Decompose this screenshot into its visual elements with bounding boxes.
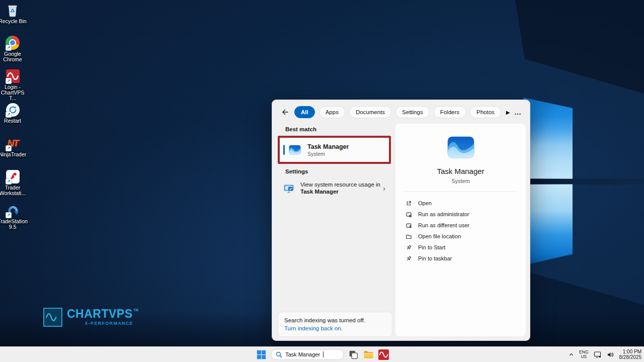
- shortcut-arrow-icon: ↗: [6, 212, 12, 218]
- settings-section-header: Settings: [285, 168, 395, 174]
- icon-label: Recycle Bin: [0, 19, 28, 24]
- watermark-subtitle: X-PERFORMANCE: [85, 321, 133, 326]
- action-run-as-different-user[interactable]: Run as different user: [395, 220, 526, 231]
- tray-expand-button[interactable]: [569, 352, 574, 357]
- best-match-header: Best match: [285, 126, 395, 132]
- trader-workstation-icon: ↗: [5, 169, 20, 184]
- tab-documents[interactable]: Documents: [349, 106, 391, 118]
- preview-subtitle: System: [451, 178, 470, 184]
- watermark-brand: CHARTVPS: [67, 308, 133, 320]
- tab-photos[interactable]: Photos: [470, 106, 501, 118]
- chevron-up-icon: [569, 352, 574, 357]
- tab-folders[interactable]: Folders: [434, 106, 466, 118]
- task-manager-icon: [288, 143, 301, 156]
- search-filter-tabs: All Apps Documents Settings Folders Phot…: [272, 100, 530, 123]
- chartvps-app-button[interactable]: [378, 349, 389, 360]
- tray-date: 8/28/2025: [619, 354, 642, 360]
- action-run-as-administrator[interactable]: Run as administrator: [395, 209, 526, 220]
- shortcut-arrow-icon: ↗: [6, 78, 12, 84]
- chartvps-sine-icon: [378, 349, 389, 360]
- desktop-icon-google-chrome[interactable]: ↗ GoogleChrome: [0, 35, 28, 62]
- windows-logo-icon: [256, 349, 267, 360]
- settings-result-task-manager[interactable]: View system resource usage in Task Manag…: [279, 178, 389, 199]
- divider: [405, 191, 517, 192]
- clock[interactable]: 1:00 PM 8/28/2025: [619, 349, 642, 360]
- network-icon[interactable]: [594, 350, 602, 358]
- start-button[interactable]: [256, 349, 267, 360]
- more-tabs-icon[interactable]: ▶: [506, 110, 510, 115]
- action-pin-to-taskbar[interactable]: Pin to taskbar: [395, 253, 526, 264]
- tab-settings[interactable]: Settings: [395, 106, 430, 118]
- shortcut-arrow-icon: ↗: [6, 45, 12, 51]
- wallpaper-windows-logo-pane-bottom: [523, 184, 573, 265]
- best-match-result-task-manager[interactable]: Task Manager System: [280, 138, 389, 162]
- desktop-icon-recycle-bin[interactable]: Recycle Bin: [0, 3, 28, 24]
- result-title: Task Manager: [307, 143, 349, 150]
- settings-result-line1: View system resource usage in: [300, 182, 380, 189]
- chevron-right-icon: ›: [383, 185, 385, 193]
- overflow-menu-icon[interactable]: …: [514, 108, 522, 116]
- shortcut-arrow-icon: ↗: [6, 178, 12, 185]
- wallpaper-windows-logo-pane-top: [523, 98, 573, 179]
- text-caret: [323, 351, 324, 357]
- taskbar-search-input[interactable]: Task Manager: [271, 349, 344, 360]
- chartvps-watermark: CHARTVPS TM X-PERFORMANCE: [43, 308, 138, 327]
- action-open-file-location[interactable]: Open file location: [395, 231, 526, 242]
- ninjatrader-icon: NT ↗: [5, 136, 20, 151]
- tradestation-icon: ↗: [5, 203, 20, 218]
- pin-icon: [406, 244, 412, 251]
- chrome-icon: ↗: [5, 35, 20, 50]
- run-user-icon: [406, 222, 412, 229]
- pin-icon: [406, 255, 412, 262]
- search-input-value: Task Manager: [285, 351, 320, 357]
- shortcut-arrow-icon: ↗: [6, 145, 12, 151]
- shortcut-arrow-icon: ↗: [6, 112, 12, 118]
- action-pin-to-start[interactable]: Pin to Start: [395, 242, 526, 253]
- folder-icon: [406, 233, 412, 240]
- search-results-column: Best match Task M: [272, 124, 395, 340]
- settings-result-line2: Task Manager: [300, 189, 380, 196]
- task-view-icon: [348, 349, 359, 360]
- result-subtitle: System: [307, 151, 349, 157]
- desktop-icon-restart[interactable]: ↗ Restart: [0, 102, 28, 124]
- taskbar: Task Manager ENG US: [0, 346, 644, 362]
- file-explorer-icon: [363, 349, 374, 360]
- file-explorer-button[interactable]: [363, 349, 374, 360]
- indexing-message: Search indexing was turned off.: [284, 317, 386, 324]
- desktop-icon-ninjatrader[interactable]: NT ↗ NinjaTrader: [0, 136, 28, 157]
- recycle-bin-icon: [5, 3, 20, 18]
- screen: Recycle Bin ↗ GoogleChrome ↗ Login -Char…: [0, 0, 644, 362]
- chartvps-sine-icon: ↗: [5, 68, 20, 83]
- watermark-tm: TM: [134, 308, 138, 312]
- volume-icon[interactable]: [607, 351, 614, 358]
- search-indexing-notice: Search indexing was turned off. Turn ind…: [278, 312, 392, 336]
- desktop-icon-trader-workstation[interactable]: ↗ TraderWorkstati...: [0, 169, 28, 196]
- desktop-icon-tradestation[interactable]: ↗ TradeStation9.5: [0, 203, 28, 230]
- wallpaper-logo-gap: [523, 178, 644, 185]
- result-preview-pane: Task Manager System Open Run as administ…: [395, 124, 526, 336]
- action-open[interactable]: Open: [395, 198, 526, 209]
- preview-title: Task Manager: [437, 167, 484, 175]
- tab-apps[interactable]: Apps: [319, 106, 345, 118]
- task-view-button[interactable]: [348, 349, 359, 360]
- selection-accent-bar: [283, 145, 285, 155]
- preview-actions: Open Run as administrator Run as differe…: [395, 198, 526, 264]
- language-indicator[interactable]: ENG US: [579, 350, 588, 359]
- turn-indexing-on-link[interactable]: Turn indexing back on.: [284, 325, 386, 332]
- tab-all[interactable]: All: [294, 106, 315, 118]
- tray-time: 1:00 PM: [619, 349, 642, 354]
- restart-icon: ↗: [5, 102, 20, 117]
- open-icon: [406, 200, 412, 207]
- chartvps-logo-icon: [43, 308, 62, 327]
- search-icon: [276, 351, 282, 358]
- desktop-icon-login-chartvps[interactable]: ↗ Login -ChartVPS T...: [0, 68, 28, 101]
- back-button[interactable]: [281, 108, 290, 117]
- system-monitor-icon: [283, 183, 294, 194]
- annotation-highlight-box: Task Manager System: [278, 136, 391, 164]
- task-manager-icon-large: [446, 132, 476, 162]
- run-admin-icon: [406, 211, 412, 218]
- search-flyout: All Apps Documents Settings Folders Phot…: [272, 100, 530, 341]
